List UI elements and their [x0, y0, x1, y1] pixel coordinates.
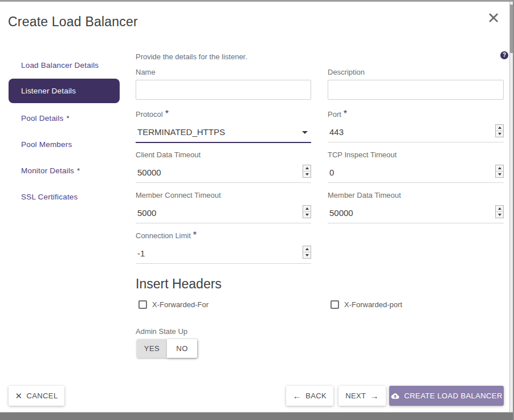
stepper-down-icon — [305, 173, 309, 176]
required-marker: * — [193, 230, 197, 240]
sidebar-item-listener-details[interactable]: Listener Details — [9, 79, 120, 103]
create-load-balancer-button[interactable]: CREATE LOAD BALANCER — [389, 386, 504, 406]
sidebar-item-label: SSL Certificates — [21, 193, 78, 201]
create-button-label: CREATE LOAD BALANCER — [404, 392, 502, 400]
admin-state-toggle: YES NO — [137, 339, 197, 358]
stepper-up-icon — [305, 207, 309, 210]
port-stepper[interactable] — [495, 124, 504, 137]
client-data-timeout-label: Client Data Timeout — [136, 150, 201, 159]
protocol-value: TERMINATED_HTTPS — [137, 127, 225, 137]
connection-limit-group: Connection Limit* -1 — [136, 230, 311, 264]
tcp-inspect-timeout-input[interactable]: 0 — [328, 168, 504, 183]
sidebar-item-label: Pool Details — [21, 114, 63, 123]
client-data-timeout-group: Client Data Timeout 50000 — [136, 149, 311, 183]
connection-limit-label: Connection Limit — [136, 231, 191, 240]
x-forwarded-for-checkbox[interactable]: X-Forwarded-For — [138, 300, 209, 309]
listener-intro-text: Provide the details for the listener. — [136, 52, 247, 61]
stepper-up-icon — [498, 207, 501, 210]
name-label: Name — [136, 68, 311, 76]
create-load-balancer-dialog: Create Load Balancer ✕ Load Balancer Det… — [0, 0, 514, 420]
window-bottom-edge — [0, 412, 514, 420]
sidebar-item-pool-details[interactable]: Pool Details * — [9, 106, 120, 131]
sidebar-item-monitor-details[interactable]: Monitor Details * — [9, 158, 120, 183]
description-field-group: Description — [328, 68, 504, 100]
stepper-down-icon — [305, 254, 309, 256]
protocol-label: Protocol — [136, 110, 163, 119]
member-connect-timeout-group: Member Connect Timeout 5000 — [136, 190, 311, 223]
help-icon[interactable]: ? — [500, 51, 508, 59]
dialog-title: Create Load Balancer — [8, 14, 138, 30]
cancel-button[interactable]: ✕ CANCEL — [9, 386, 64, 406]
checkbox-icon — [138, 300, 147, 309]
sidebar-item-ssl-certificates[interactable]: SSL Certificates — [9, 185, 120, 209]
sidebar-item-label: Pool Members — [21, 140, 72, 149]
checkbox-label: X-Forwarded-For — [152, 300, 209, 309]
protocol-field-group: Protocol* TERMINATED_HTTPS — [136, 109, 311, 143]
sidebar-item-load-balancer-details[interactable]: Load Balancer Details — [9, 53, 120, 78]
stepper-up-icon — [305, 167, 309, 169]
member-connect-timeout-label: Member Connect Timeout — [136, 191, 221, 199]
admin-state-yes-button[interactable]: YES — [137, 339, 167, 358]
admin-state-up-label: Admin State Up — [136, 327, 187, 336]
sidebar-item-label: Monitor Details — [21, 166, 74, 175]
member-data-timeout-input[interactable]: 50000 — [328, 208, 504, 223]
member-connect-timeout-stepper[interactable] — [303, 205, 311, 218]
back-button-label: BACK — [305, 392, 327, 400]
required-marker: * — [77, 166, 80, 175]
member-connect-timeout-input[interactable]: 5000 — [136, 208, 311, 223]
protocol-select[interactable]: TERMINATED_HTTPS — [136, 127, 311, 143]
insert-headers-title: Insert Headers — [136, 276, 222, 292]
sidebar-item-pool-members[interactable]: Pool Members — [9, 132, 120, 157]
sidebar-item-label: Load Balancer Details — [21, 61, 99, 70]
sidebar-item-label: Listener Details — [21, 87, 76, 95]
admin-state-no-button[interactable]: NO — [167, 339, 197, 358]
arrow-left-icon: ← — [293, 391, 301, 401]
port-label: Port — [328, 110, 341, 119]
back-button[interactable]: ← BACK — [286, 386, 333, 406]
description-label: Description — [328, 68, 504, 76]
tcp-inspect-timeout-label: TCP Inspect Timeout — [328, 150, 397, 159]
required-marker: * — [344, 109, 347, 119]
required-marker: * — [66, 114, 69, 123]
window-top-edge — [0, 0, 514, 2]
arrow-right-icon: → — [370, 391, 378, 401]
stepper-down-icon — [498, 173, 501, 176]
next-button-label: NEXT — [345, 392, 366, 400]
tcp-inspect-timeout-stepper[interactable] — [495, 165, 504, 178]
required-marker: * — [165, 109, 169, 119]
checkbox-icon — [331, 300, 339, 309]
name-field-group: Name — [136, 68, 311, 100]
name-input[interactable] — [136, 80, 311, 100]
stepper-down-icon — [305, 214, 309, 216]
stepper-down-icon — [498, 133, 501, 135]
next-button[interactable]: NEXT → — [338, 386, 386, 406]
checkbox-label: X-Forwarded-port — [344, 300, 402, 309]
x-forwarded-port-checkbox[interactable]: X-Forwarded-port — [331, 300, 402, 309]
connection-limit-input[interactable]: -1 — [136, 248, 311, 264]
close-x-icon: ✕ — [15, 391, 22, 401]
member-data-timeout-group: Member Data Timeout 50000 — [328, 190, 504, 223]
stepper-up-icon — [305, 248, 309, 250]
tcp-inspect-timeout-group: TCP Inspect Timeout 0 — [328, 149, 504, 183]
stepper-down-icon — [498, 214, 501, 216]
member-data-timeout-label: Member Data Timeout — [328, 191, 401, 199]
client-data-timeout-input[interactable]: 50000 — [136, 168, 311, 183]
connection-limit-stepper[interactable] — [303, 246, 311, 259]
client-data-timeout-stepper[interactable] — [303, 165, 311, 178]
close-icon[interactable]: ✕ — [483, 8, 504, 28]
cancel-button-label: CANCEL — [26, 392, 58, 400]
chevron-down-icon — [302, 131, 308, 134]
stepper-up-icon — [498, 127, 501, 129]
port-input[interactable]: 443 — [328, 127, 504, 142]
stepper-up-icon — [498, 167, 501, 169]
member-data-timeout-stepper[interactable] — [495, 205, 504, 218]
cloud-upload-icon — [390, 392, 400, 400]
description-input[interactable] — [328, 80, 504, 100]
port-field-group: Port* 443 — [328, 109, 504, 142]
